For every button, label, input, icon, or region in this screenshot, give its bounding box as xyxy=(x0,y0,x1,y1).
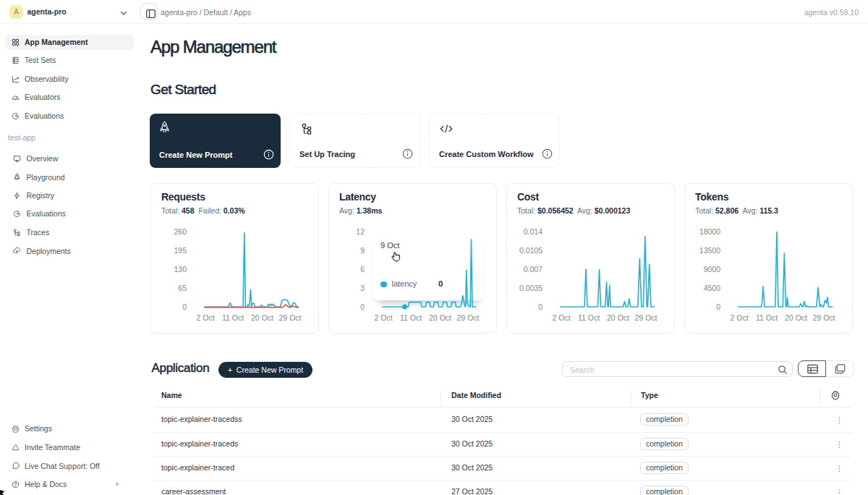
svg-text:2 Oct: 2 Oct xyxy=(730,313,748,322)
svg-text:20 Oct: 20 Oct xyxy=(785,313,807,322)
svg-text:130: 130 xyxy=(174,265,187,274)
svg-text:12: 12 xyxy=(356,227,365,236)
svg-text:0.014: 0.014 xyxy=(524,227,542,236)
svg-text:65: 65 xyxy=(178,284,187,292)
svg-text:18000: 18000 xyxy=(699,227,720,236)
svg-text:0.007: 0.007 xyxy=(524,265,542,274)
svg-text:0: 0 xyxy=(360,302,365,311)
svg-text:20 Oct: 20 Oct xyxy=(607,313,629,322)
svg-text:13500: 13500 xyxy=(699,246,720,255)
svg-text:9: 9 xyxy=(360,246,365,255)
svg-text:9000: 9000 xyxy=(704,265,721,274)
svg-text:11 Oct: 11 Oct xyxy=(222,313,244,322)
svg-text:2 Oct: 2 Oct xyxy=(374,313,392,322)
svg-text:2 Oct: 2 Oct xyxy=(196,313,214,322)
svg-text:29 Oct: 29 Oct xyxy=(457,313,480,322)
svg-text:20 Oct: 20 Oct xyxy=(251,313,273,322)
svg-text:29 Oct: 29 Oct xyxy=(635,313,658,322)
svg-text:11 Oct: 11 Oct xyxy=(756,313,778,322)
svg-text:11 Oct: 11 Oct xyxy=(400,313,422,322)
svg-text:11 Oct: 11 Oct xyxy=(578,313,600,322)
svg-text:4500: 4500 xyxy=(704,284,721,292)
svg-text:20 Oct: 20 Oct xyxy=(429,313,451,322)
svg-text:0.0035: 0.0035 xyxy=(519,284,542,292)
svg-text:2 Oct: 2 Oct xyxy=(552,313,570,322)
svg-text:0.0105: 0.0105 xyxy=(519,246,542,255)
svg-text:29 Oct: 29 Oct xyxy=(813,313,835,322)
svg-text:0: 0 xyxy=(538,302,542,311)
svg-text:195: 195 xyxy=(174,246,187,255)
svg-text:6: 6 xyxy=(360,265,365,274)
svg-text:3: 3 xyxy=(360,284,365,292)
svg-text:260: 260 xyxy=(174,227,187,236)
svg-text:29 Oct: 29 Oct xyxy=(279,313,302,322)
svg-text:0: 0 xyxy=(182,302,187,311)
svg-text:0: 0 xyxy=(716,302,720,311)
